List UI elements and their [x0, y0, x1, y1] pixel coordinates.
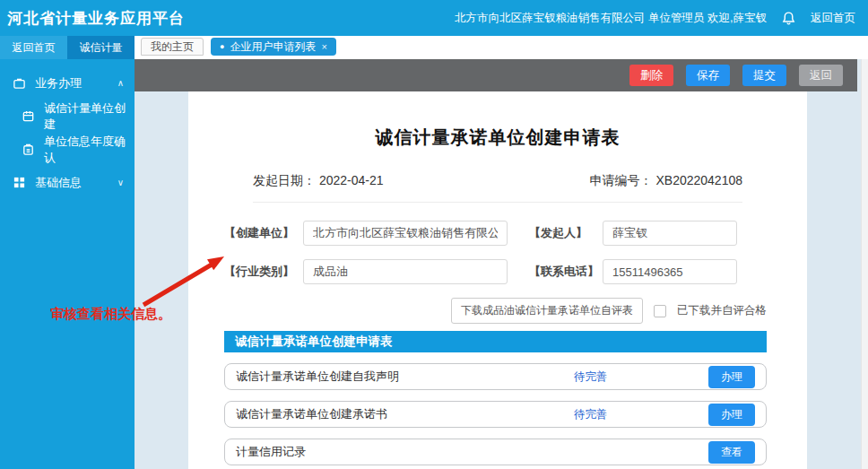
start-date: 发起日期： 2022-04-21: [253, 173, 384, 189]
tab-close-icon[interactable]: ×: [321, 41, 326, 52]
nav-module-trust-metrology[interactable]: 诚信计量: [67, 36, 135, 59]
nav-row: 返回首页 诚信计量 我的主页 ● 企业用户申请列表 ×: [0, 36, 868, 59]
contact-phone-field[interactable]: [603, 259, 737, 284]
active-tab-dot-icon: ●: [220, 42, 224, 51]
sidebar-item-basic-info[interactable]: 基础信息 ∨: [0, 166, 135, 199]
creating-unit-field[interactable]: [303, 221, 508, 246]
submit-button[interactable]: 提交: [742, 65, 786, 86]
calendar-icon: [22, 109, 35, 123]
return-home-link[interactable]: 返回首页: [811, 11, 855, 26]
tab-enterprise-application-list[interactable]: ● 企业用户申请列表 ×: [211, 38, 336, 56]
download-row: 下载成品油诚信计量承诺单位自评表 已下载并自评合格: [188, 298, 767, 324]
application-form-page: 诚信计量承诺单位创建申请表 发起日期： 2022-04-21 申请编号： XB2…: [188, 91, 807, 469]
chevron-down-icon[interactable]: ∨: [117, 178, 124, 187]
sidebar-item-annual-confirmation[interactable]: 单位信息年度确认: [0, 133, 135, 166]
download-self-assessment-button[interactable]: 下载成品油诚信计量承诺单位自评表: [451, 298, 643, 324]
main-content: 删除 保存 提交 返回 诚信计量承诺单位创建申请表 发起日期： 2022-04-…: [135, 59, 868, 469]
checklist-row-credit-record: 计量信用记录 查看: [224, 439, 767, 465]
tab-my-home[interactable]: 我的主页: [141, 38, 204, 56]
form-meta-row: 发起日期： 2022-04-21 申请编号： XB2022042108: [253, 173, 742, 203]
briefcase-icon: [13, 76, 26, 90]
tab-strip: 我的主页 ● 企业用户申请列表 ×: [135, 36, 868, 59]
creating-unit-label: 【创建单位】: [224, 225, 303, 241]
view-button[interactable]: 查看: [708, 441, 755, 464]
form-fields: 【创建单位】 【发起人】 【行业类别】 【联系电话】: [188, 221, 807, 284]
sidebar: 业务办理 ∧ 诚信计量单位创建 单位信息年度确认 基础信息 ∨: [0, 59, 135, 469]
app-header: 河北省计量业务应用平台 北方市向北区薛宝钗粮油销售有限公司 单位管理员 欢迎,薛…: [0, 0, 868, 36]
user-company-info: 北方市向北区薛宝钗粮油销售有限公司 单位管理员 欢迎,薛宝钗: [455, 11, 767, 26]
handle-button[interactable]: 办理: [708, 366, 755, 388]
initiator-field[interactable]: [603, 221, 737, 246]
sidebar-item-unit-creation[interactable]: 诚信计量单位创建: [0, 100, 135, 133]
application-number: 申请编号： XB2022042108: [590, 173, 742, 189]
delete-button[interactable]: 删除: [629, 65, 673, 86]
nav-back-home[interactable]: 返回首页: [0, 36, 67, 59]
initiator-label: 【发起人】: [529, 225, 603, 241]
status-badge: 待完善: [574, 407, 708, 422]
grid-icon: [13, 176, 26, 189]
chevron-up-icon[interactable]: ∧: [117, 78, 124, 88]
page-title: 诚信计量承诺单位创建申请表: [188, 126, 807, 150]
industry-category-label: 【行业类别】: [224, 264, 303, 280]
downloaded-checkbox[interactable]: [654, 305, 666, 317]
badge-icon: [22, 143, 35, 156]
notification-bell-icon[interactable]: [781, 11, 796, 26]
app-title: 河北省计量业务应用平台: [7, 8, 185, 29]
contact-phone-label: 【联系电话】: [529, 264, 603, 280]
save-button[interactable]: 保存: [686, 65, 730, 86]
checklist-row-commitment-letter: 诚信计量承诺单位创建承诺书 待完善 办理: [224, 401, 767, 428]
downloaded-checkbox-label: 已下载并自评合格: [677, 303, 767, 318]
checklist-header: 诚信计量承诺单位创建申请表: [224, 331, 767, 352]
toolbar: 删除 保存 提交 返回: [135, 59, 857, 91]
back-button[interactable]: 返回: [799, 65, 843, 86]
status-badge: 待完善: [574, 369, 708, 385]
checklist: 诚信计量承诺单位创建申请表 诚信计量承诺单位创建自我声明 待完善 办理 诚信计量…: [224, 331, 767, 465]
industry-category-field[interactable]: [303, 259, 508, 284]
scrollbar-track[interactable]: [861, 59, 868, 469]
handle-button[interactable]: 办理: [708, 404, 755, 426]
sidebar-item-business-handling[interactable]: 业务办理 ∧: [0, 66, 135, 100]
checklist-row-self-declaration: 诚信计量承诺单位创建自我声明 待完善 办理: [224, 363, 767, 390]
